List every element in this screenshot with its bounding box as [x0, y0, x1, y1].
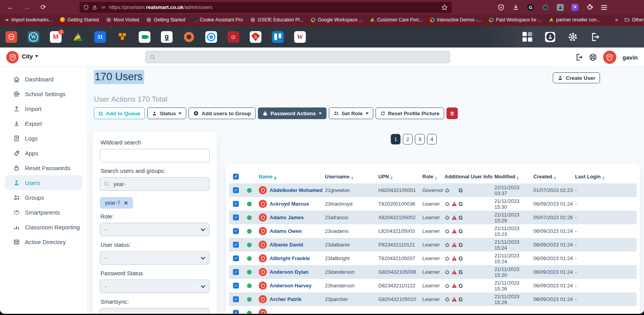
- tracking-shield-icon[interactable]: [83, 5, 89, 10]
- search-users-groups-input[interactable]: [100, 177, 210, 191]
- page-button-2[interactable]: 2: [403, 134, 413, 144]
- table-row[interactable]: ✓Allbright Frankie23fallbrightT820432105…: [229, 252, 637, 265]
- trello-app-icon[interactable]: [272, 31, 284, 43]
- table-row[interactable]: ✓Albanie David23dalbanieP823432110121Lea…: [229, 238, 637, 252]
- user-name-link[interactable]: Allbright Frankie: [270, 255, 325, 261]
- row-checkbox[interactable]: ✓: [233, 228, 239, 234]
- wildcard-search-input[interactable]: [100, 149, 210, 162]
- apps-grid-icon[interactable]: [522, 32, 532, 42]
- create-user-button[interactable]: Create User: [553, 72, 600, 83]
- password-status-select[interactable]: -: [100, 280, 210, 293]
- permissions-icon[interactable]: [101, 5, 106, 10]
- set-role-dropdown-button[interactable]: Set Role: [329, 107, 373, 119]
- sidebar-item-active-directory[interactable]: Active Directory: [5, 234, 83, 249]
- table-row[interactable]: ✓Anderson Dylan23dandersonG820432105008L…: [229, 265, 637, 279]
- bookmark-interactive-demos[interactable]: Interactive Demos -...: [430, 17, 482, 23]
- user-name-link[interactable]: Albanie David: [270, 242, 325, 248]
- row-checkbox[interactable]: ✓: [233, 187, 239, 193]
- reset-profile-picture-button[interactable]: Reset Profile Picture: [376, 107, 444, 119]
- user-name-link[interactable]: Anderson Harvey: [270, 283, 325, 289]
- sidebar-item-school-settings[interactable]: School Settings: [5, 86, 83, 101]
- sign-out-icon[interactable]: [590, 32, 600, 42]
- school-logo[interactable]: [6, 51, 19, 63]
- status-dropdown-button[interactable]: Status: [147, 107, 186, 119]
- extensions-puzzle-icon[interactable]: [586, 4, 593, 11]
- header-modified[interactable]: Modified: [494, 174, 533, 180]
- row-checkbox[interactable]: ✓: [233, 296, 239, 302]
- filter-chip-year-7[interactable]: year-7✕: [100, 197, 133, 209]
- row-checkbox[interactable]: ✓: [233, 242, 239, 248]
- global-search-input[interactable]: [145, 51, 450, 63]
- superman-app-icon[interactable]: S: [250, 31, 261, 43]
- settings-gear-icon[interactable]: [568, 32, 577, 42]
- helpdesk-app-icon[interactable]: [183, 31, 195, 43]
- sidebar-item-logs[interactable]: Logs: [5, 131, 83, 146]
- user-name-link[interactable]: Adams James: [270, 215, 325, 220]
- table-row[interactable]: ✓Archer Patrik23parcherG820432105010Lear…: [229, 292, 637, 306]
- google-account-extension-icon[interactable]: G: [527, 4, 534, 11]
- gmail-app-icon[interactable]: M3: [50, 31, 62, 43]
- other-bookmarks[interactable]: Other Bookmarks: [625, 17, 644, 23]
- sidebar-item-apps[interactable]: Apps: [5, 146, 83, 160]
- account-icon[interactable]: [545, 32, 555, 42]
- logout-icon[interactable]: [575, 53, 583, 61]
- gibbon-app-icon[interactable]: g: [161, 31, 173, 43]
- google-drive-app-icon[interactable]: [72, 31, 84, 43]
- delete-users-button[interactable]: [446, 107, 458, 119]
- url-bar[interactable]: https://provision.realsmart.co.uk/admin/…: [79, 2, 452, 13]
- google-calendar-app-icon[interactable]: 31: [94, 31, 106, 43]
- smartsync-select[interactable]: [100, 308, 210, 314]
- help-lifebuoy-icon[interactable]: [589, 53, 597, 61]
- lock-icon[interactable]: [92, 5, 97, 10]
- page-button-1[interactable]: 1: [391, 134, 401, 144]
- wonde-app-icon[interactable]: W: [294, 31, 306, 43]
- user-name-link[interactable]: Anderson Dylan: [270, 269, 325, 275]
- downloads-icon[interactable]: [512, 4, 519, 11]
- header-role[interactable]: Role: [422, 174, 445, 180]
- bookmark-star-icon[interactable]: [441, 4, 448, 11]
- row-checkbox[interactable]: ✓: [233, 283, 239, 289]
- select-all-checkbox[interactable]: ✓: [233, 174, 239, 179]
- role-select[interactable]: -: [100, 223, 210, 236]
- user-avatar[interactable]: [603, 51, 616, 64]
- page-button-3[interactable]: 3: [415, 134, 425, 144]
- aws-app-icon[interactable]: [116, 31, 128, 43]
- row-checkbox[interactable]: ✓: [233, 255, 239, 261]
- add-users-to-group-button[interactable]: Add users to Group: [189, 107, 256, 119]
- google-meet-app-icon[interactable]: [139, 31, 150, 43]
- page-button-4[interactable]: 4: [427, 134, 437, 144]
- table-row[interactable]: ✓Abdelkoder Mohamed21gnewtonH82043210500…: [229, 183, 637, 197]
- back-button[interactable]: ←: [5, 2, 16, 12]
- bookmark-customer-care[interactable]: Customer Care Port...: [370, 17, 423, 23]
- bookmarks-overflow-chevron[interactable]: »: [615, 17, 617, 23]
- bookmark-getting-started-2[interactable]: Getting Started: [146, 17, 185, 23]
- header-username[interactable]: Username: [325, 174, 378, 180]
- sidebar-item-import[interactable]: Import: [5, 101, 83, 116]
- bookmark-paid-workspace[interactable]: Paid Workspace for ...: [489, 17, 542, 23]
- user-name-link[interactable]: Archer Patrik: [270, 296, 325, 302]
- bookmark-cookie-assistant[interactable]: Cookie Assistant Pro: [193, 17, 243, 23]
- header-upn[interactable]: UPN: [378, 174, 422, 180]
- user-name-link[interactable]: Abdelkoder Mohamed: [270, 187, 325, 193]
- forward-button[interactable]: →: [21, 2, 33, 12]
- sidebar-item-reset-passwords[interactable]: Reset Passwords: [5, 160, 83, 175]
- bookmark-getting-started-1[interactable]: Getting Started: [60, 17, 99, 23]
- row-checkbox[interactable]: ✓: [233, 310, 239, 314]
- table-row[interactable]: ✓Adams Owen23oadamsL820432105003LearnerG…: [229, 224, 637, 238]
- user-status-select[interactable]: -: [100, 251, 210, 265]
- extension-icon-2[interactable]: ✦: [572, 4, 579, 11]
- container-profile-icon[interactable]: [557, 4, 564, 11]
- menu-icon[interactable]: [601, 5, 607, 10]
- table-row[interactable]: ✓: [229, 306, 637, 314]
- wordpress-app-icon[interactable]: W: [28, 31, 39, 43]
- sidebar-item-groups[interactable]: Groups: [5, 190, 83, 205]
- table-row[interactable]: ✓Ackroyd Marcus23mackroydT820200100036Le…: [229, 197, 637, 211]
- reload-button[interactable]: ⟳: [37, 2, 49, 12]
- timetable-app-icon[interactable]: [205, 31, 217, 43]
- header-last-login[interactable]: Last Login: [575, 174, 635, 180]
- user-name-link[interactable]: Adams Owen: [270, 228, 325, 234]
- current-username[interactable]: gavin: [623, 54, 638, 61]
- chip-remove-icon[interactable]: ✕: [124, 200, 128, 206]
- smiley-app-icon[interactable]: ☺: [228, 31, 239, 43]
- sidebar-item-classroom-reporting[interactable]: Classroom Reporting: [5, 220, 83, 234]
